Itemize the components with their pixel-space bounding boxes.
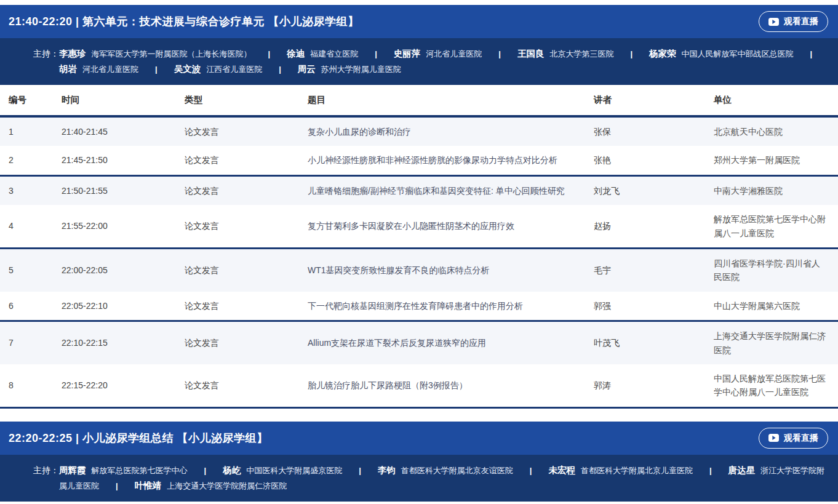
cell-title: 儿童嗜铬细胞瘤/副神经节瘤临床和基因突变特征: 单中心回顾性研究 (308, 177, 594, 204)
cell-no: 8 (9, 372, 62, 399)
cell-type: 论文发言 (185, 329, 308, 356)
cell-title: 下一代靶向核基因组测序在性发育障碍患者中的作用分析 (308, 292, 594, 319)
moderator-name: 徐迪 (287, 49, 305, 58)
col-header-no: 编号 (9, 502, 62, 504)
session-header-1: 21:40-22:20 | 第六单元：技术进展与综合诊疗单元 【小儿泌尿学组】 … (0, 5, 838, 38)
moderator-name: 杨屹 (223, 465, 241, 475)
moderator-name: 未宏程 (548, 465, 575, 475)
cell-title: Allium支架在尿道下裂术后反复尿道狭窄的应用 (308, 329, 594, 356)
moderator-name: 王国良 (517, 49, 545, 58)
divider: | (375, 46, 377, 62)
cell-speaker: 张保 (594, 118, 714, 145)
col-header-title: 题目 (308, 85, 594, 115)
col-header-title: 题目 (308, 502, 594, 504)
moderator-affiliation: 首都医科大学附属北京友谊医院 (401, 466, 513, 475)
section-divider-gap (0, 409, 838, 422)
divider: | (204, 463, 207, 478)
divider: | (498, 46, 501, 62)
cell-no: 6 (9, 292, 62, 319)
moderator-name: 胡岩 (59, 64, 77, 74)
table-row: 3 21:50-21:55 论文发言 儿童嗜铬细胞瘤/副神经节瘤临床和基因突变特… (0, 177, 838, 205)
cell-no: 5 (9, 257, 62, 284)
cell-title: 小儿神经源性膀胱和非神经源性膀胱的影像尿动力学特点对比分析 (308, 146, 594, 174)
col-header-time: 时间 (62, 85, 185, 115)
col-header-time: 时间 (62, 502, 185, 504)
divider: | (530, 463, 532, 478)
cell-no: 1 (9, 118, 62, 145)
session-block-2: 22:20-22:25 | 小儿泌尿学组总结 【小儿泌尿学组】 观看直播 主持：… (0, 422, 838, 504)
cell-unit: 中国人民解放军总医院第七医学中心附属八一儿童医院 (714, 364, 834, 407)
play-icon (768, 434, 779, 442)
cell-unit: 中山大学附属第六医院 (714, 292, 834, 320)
cell-title: 复杂小儿血尿的诊断和治疗 (308, 118, 594, 145)
moderator-affiliation: 福建省立医院 (310, 49, 358, 58)
cell-title: WT1基因突变所致性腺发育不良的临床特点分析 (308, 257, 594, 284)
moderators-bar-1: 主持： 李惠珍海军军医大学第一附属医院（上海长海医院）|徐迪福建省立医院|史丽萍… (0, 38, 838, 85)
moderator: 史丽萍河北省儿童医院 (394, 49, 482, 58)
cell-time: 22:15-22:20 (62, 372, 185, 399)
moderator: 王国良北京大学第三医院 (517, 49, 614, 58)
moderator: 徐迪福建省立医院 (287, 49, 358, 58)
cell-type: 论文发言 (185, 292, 308, 319)
moderator-affiliation: 河北省儿童医院 (82, 65, 138, 74)
moderator: 周辉霞解放军总医院第七医学中心 (59, 466, 188, 475)
moderator: 未宏程首都医科大学附属北京儿童医院 (548, 466, 693, 475)
watch-live-button[interactable]: 观看直播 (759, 428, 828, 449)
table-row: 5 22:00-22:05 论文发言 WT1基因突变所致性腺发育不良的临床特点分… (0, 249, 838, 292)
moderator-affiliation: 江西省儿童医院 (206, 65, 262, 74)
moderator-affiliation: 中国人民解放军中部战区总医院 (682, 49, 794, 58)
cell-unit: 郑州大学第一附属医院 (714, 146, 834, 174)
watch-live-button[interactable]: 观看直播 (759, 11, 828, 32)
moderator: 吴文波江西省儿童医院 (174, 65, 263, 74)
hosts-label: 主持： (0, 463, 59, 478)
table-row: 6 22:05-22:10 论文发言 下一代靶向核基因组测序在性发育障碍患者中的… (0, 292, 838, 322)
cell-time: 22:10-22:15 (62, 329, 185, 356)
cell-time: 21:55-22:00 (62, 212, 185, 239)
table-row: 8 22:15-22:20 论文发言 胎儿镜治疗胎儿下尿路梗阻（附3例报告） 郭… (0, 364, 838, 409)
divider: | (630, 46, 632, 62)
cell-type: 论文发言 (185, 177, 308, 204)
session-header-2: 22:20-22:25 | 小儿泌尿学组总结 【小儿泌尿学组】 观看直播 (0, 422, 838, 455)
watch-live-label: 观看直播 (784, 433, 818, 444)
hosts-label: 主持： (0, 46, 59, 62)
moderator-affiliation: 河北省儿童医院 (426, 49, 482, 58)
cell-time: 21:45-21:50 (62, 146, 185, 174)
moderator: 周云苏州大学附属儿童医院 (298, 65, 401, 74)
divider: | (279, 62, 281, 77)
moderator-affiliation: 北京大学第三医院 (549, 49, 613, 58)
cell-no: 7 (9, 329, 62, 356)
cell-speaker: 叶茂飞 (594, 329, 714, 356)
moderators-bar-2: 主持： 周辉霞解放军总医院第七医学中心|杨屹中国医科大学附属盛京医院|李钧首都医… (0, 455, 838, 502)
table-row: 1 21:40-21:45 论文发言 复杂小儿血尿的诊断和治疗 张保 北京航天中… (0, 118, 838, 146)
cell-speaker: 赵扬 (594, 212, 714, 239)
play-icon (768, 18, 779, 26)
divider: | (268, 46, 271, 62)
moderator: 李惠珍海军军医大学第一附属医院（上海长海医院） (59, 49, 252, 58)
moderator-name: 叶惟靖 (135, 481, 162, 490)
moderator-affiliation: 解放军总医院第七医学中心 (92, 466, 188, 475)
moderator: 叶惟靖上海交通大学医学院附属仁济医院 (135, 481, 287, 490)
divider: | (709, 463, 712, 478)
moderator-name: 李惠珍 (59, 49, 86, 58)
cell-time: 22:00-22:05 (62, 257, 185, 284)
moderator-affiliation: 苏州大学附属儿童医院 (321, 65, 401, 74)
cell-time: 21:50-21:55 (62, 177, 185, 204)
cell-type: 论文发言 (185, 372, 308, 399)
cell-type: 论文发言 (185, 118, 308, 145)
col-header-type: 类型 (185, 502, 308, 504)
table-row: 2 21:45-21:50 论文发言 小儿神经源性膀胱和非神经源性膀胱的影像尿动… (0, 146, 838, 176)
watch-live-label: 观看直播 (784, 16, 818, 27)
cell-no: 2 (9, 146, 62, 174)
cell-unit: 中南大学湘雅医院 (714, 177, 834, 205)
moderator-name: 史丽萍 (394, 49, 421, 58)
moderator: 杨屹中国医科大学附属盛京医院 (223, 466, 342, 475)
moderator: 李钧首都医科大学附属北京友谊医院 (378, 466, 513, 475)
divider: | (155, 62, 158, 77)
cell-time: 22:05-22:10 (62, 292, 185, 319)
col-header-unit: 单位 (714, 85, 838, 115)
moderator: 杨家荣中国人民解放军中部战区总医院 (649, 49, 794, 58)
col-header-unit: 单位 (714, 502, 838, 504)
schedule-page: 21:40-22:20 | 第六单元：技术进展与综合诊疗单元 【小儿泌尿学组】 … (0, 0, 838, 504)
session-title: 22:20-22:25 | 小儿泌尿学组总结 【小儿泌尿学组】 (9, 431, 268, 446)
moderators-list: 李惠珍海军军医大学第一附属医院（上海长海医院）|徐迪福建省立医院|史丽萍河北省儿… (59, 46, 829, 77)
